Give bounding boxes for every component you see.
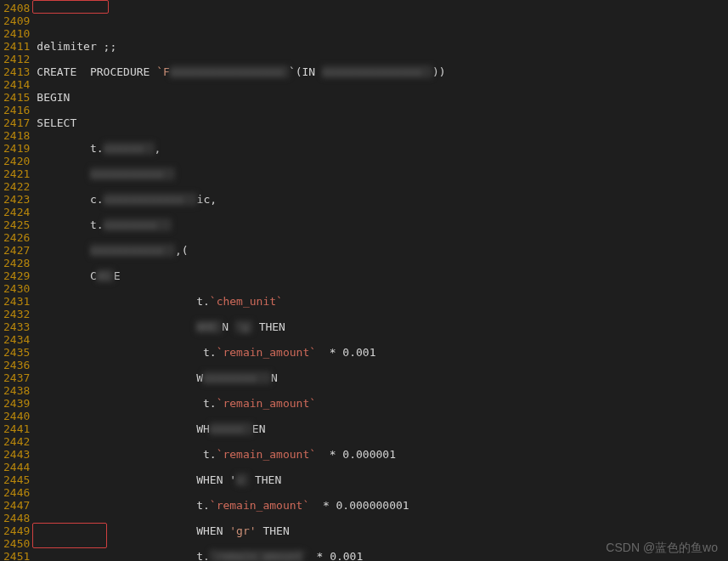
line-number: 2451 — [3, 550, 30, 561]
code-line[interactable]: WHEN 'gr' THEN — [37, 524, 728, 537]
code-line[interactable]: t.`chem_unit` — [37, 295, 728, 308]
line-number: 2440 — [3, 410, 30, 422]
code-line[interactable]: xxxxxxxxxxx,( — [37, 244, 728, 257]
line-number: 2408 — [3, 2, 30, 14]
code-line[interactable]: t.`remain_amount` — [37, 397, 728, 410]
code-line[interactable]: xxxxxxxxxxx — [37, 167, 728, 180]
code-line[interactable]: WHEN 'x THEN — [37, 473, 728, 486]
line-number: 2413 — [3, 65, 30, 78]
blurred-text: xxxxx — [210, 422, 252, 435]
line-number: 2411 — [3, 40, 30, 53]
delimiter-symbol: ;; — [104, 40, 117, 53]
blurred-text: WHE — [196, 320, 222, 333]
line-number: 2420 — [3, 155, 30, 167]
string: 'gr' — [229, 524, 256, 537]
line-number: 2445 — [3, 473, 30, 486]
blurred-text: x — [236, 473, 248, 486]
code-line[interactable]: t.`remain_amount` * 0.000000001 — [37, 499, 728, 512]
code-line[interactable]: t.xxxxxxxx — [37, 218, 728, 231]
blurred-text: xxxxxxxxxxxx — [104, 193, 197, 206]
field-chem-unit: `chem_unit` — [210, 295, 283, 308]
keyword-when: WHEN — [196, 473, 223, 486]
blurred-text: xxxxxxxxxxxxxxx — [322, 65, 432, 78]
line-number: 2424 — [3, 206, 30, 218]
line-number: 2425 — [3, 218, 30, 231]
line-number: 2436 — [3, 359, 30, 371]
code-line[interactable] — [37, 14, 728, 27]
number: 0.000000001 — [336, 499, 409, 512]
line-number: 2430 — [3, 282, 30, 295]
code-line[interactable]: CASE — [37, 269, 728, 282]
line-number: 2444 — [3, 461, 30, 473]
line-number: 2441 — [3, 422, 30, 435]
code-line[interactable]: SELECT — [37, 116, 728, 129]
blurred-text: 'g — [235, 320, 252, 333]
blurred-text: xxxxxxxx — [203, 371, 271, 384]
number: 0.001 — [330, 550, 363, 561]
field-remain-amount: `remain_amount` — [217, 397, 316, 410]
line-number: 2414 — [3, 78, 30, 91]
line-number: 2434 — [3, 333, 30, 346]
blurred-field: `remain_amount` — [210, 550, 303, 561]
keyword-delimiter: delimiter — [37, 40, 96, 53]
line-number: 2449 — [3, 524, 30, 537]
code-line[interactable]: WxxxxxxxxN — [37, 371, 728, 384]
keyword-then: THEN — [255, 473, 281, 486]
line-number: 2427 — [3, 244, 30, 257]
line-number: 2435 — [3, 346, 30, 359]
line-number: 2409 — [3, 14, 30, 27]
line-number: 2433 — [3, 320, 30, 333]
field-remain-amount: `remain_amount` — [210, 499, 309, 512]
keyword-procedure: PROCEDURE — [90, 65, 150, 78]
blurred-text: xxxxxxxxxxx — [90, 244, 175, 257]
line-number: 2419 — [3, 142, 30, 155]
field-remain-amount: `remain_amount` — [217, 448, 316, 461]
proc-name: `F — [156, 65, 170, 78]
keyword-create: CREATE — [37, 65, 76, 78]
line-number: 2428 — [3, 257, 30, 269]
code-line[interactable]: t.xxxxxx, — [37, 142, 728, 155]
line-number: 2446 — [3, 486, 30, 499]
keyword-begin: BEGIN — [37, 91, 70, 104]
code-line[interactable]: c.xxxxxxxxxxxxic, — [37, 193, 728, 206]
line-number: 2416 — [3, 104, 30, 116]
code-editor[interactable]: 2408 2409 2410 2411 2412 2413 2414 2415 … — [0, 0, 728, 561]
line-number: 2439 — [3, 397, 30, 410]
keyword-then: THEN — [262, 524, 289, 537]
code-line[interactable]: t.`remain_amount` * 0.000001 — [37, 448, 728, 461]
line-number: 2450 — [3, 537, 30, 550]
blurred-text: AS — [97, 269, 114, 282]
line-number: 2442 — [3, 435, 30, 448]
code-line[interactable]: CREATE PROCEDURE `Fxxxxxxxxxxxxxxxxx`(IN… — [37, 65, 728, 78]
line-number: 2447 — [3, 499, 30, 512]
line-number: 2423 — [3, 193, 30, 206]
keyword-when: WHEN — [196, 524, 223, 537]
keyword-then: THEN — [259, 320, 285, 333]
line-number: 2412 — [3, 53, 30, 65]
line-number: 2431 — [3, 295, 30, 308]
line-number: 2432 — [3, 308, 30, 320]
line-number: 2410 — [3, 27, 30, 40]
keyword-in: IN — [302, 65, 316, 78]
code-line[interactable]: BEGIN — [37, 91, 728, 104]
line-number: 2437 — [3, 371, 30, 384]
line-number-gutter: 2408 2409 2410 2411 2412 2413 2414 2415 … — [0, 0, 37, 561]
code-line[interactable]: t.`remain_amount` * 0.001 — [37, 346, 728, 359]
line-number: 2443 — [3, 448, 30, 461]
code-line[interactable]: WHEN 'g THEN — [37, 320, 728, 333]
line-number: 2417 — [3, 116, 30, 129]
line-number: 2448 — [3, 512, 30, 524]
watermark: CSDN @蓝色的鱼wo — [606, 541, 718, 556]
line-number: 2415 — [3, 91, 30, 104]
keyword-select: SELECT — [37, 116, 76, 129]
code-line[interactable]: delimiter ;; — [37, 40, 728, 53]
blurred-text: xxxxxxxxxxx — [90, 167, 175, 180]
line-number: 2429 — [3, 269, 30, 282]
code-content[interactable]: delimiter ;; CREATE PROCEDURE `Fxxxxxxxx… — [37, 0, 728, 561]
field-remain-amount: `remain_amount` — [217, 346, 316, 359]
number: 0.000001 — [342, 448, 396, 461]
blurred-text: xxxxxx — [104, 142, 155, 155]
blurred-text: xxxxxxxx — [104, 218, 172, 231]
line-number: 2418 — [3, 129, 30, 142]
code-line[interactable]: WHxxxxxEN — [37, 422, 728, 435]
